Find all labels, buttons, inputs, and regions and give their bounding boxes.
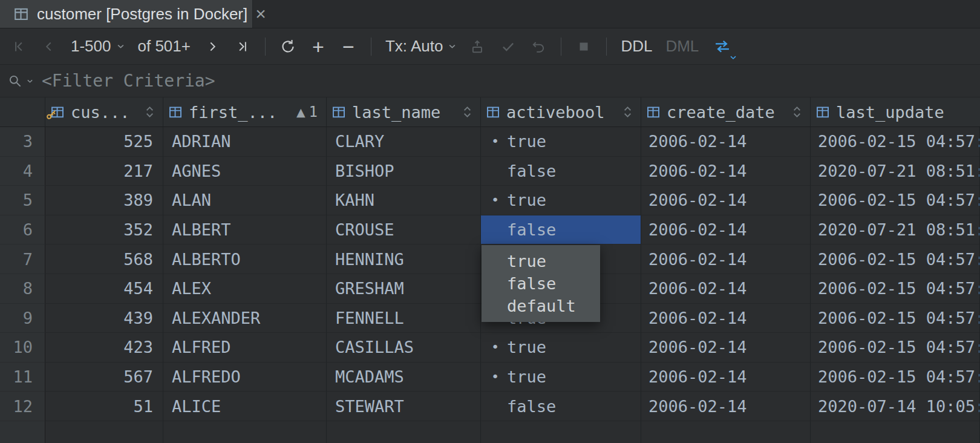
cell-last-update[interactable]: 2006-02-15 04:57: [811,363,980,392]
cell-customer-id[interactable]: 567 [45,363,163,392]
dropdown-option[interactable]: false [482,272,600,295]
first-page-button[interactable] [5,33,33,60]
tab-customer-table[interactable]: customer [Postgres in Docker] × [0,0,253,28]
dml-button[interactable]: DML [660,37,704,56]
sort-icon[interactable] [623,105,632,119]
page-range-dropdown[interactable]: 1-500 [65,37,130,56]
cell-first-name[interactable]: ALEX [163,274,327,304]
cell-customer-id[interactable]: 568 [45,244,163,274]
compare-data-icon[interactable] [707,33,738,60]
cell-last-update[interactable]: 2020-07-14 10:05: [811,392,980,421]
column-header-last-name[interactable]: last_name [327,97,481,126]
cell-last-name[interactable]: HENNING [327,244,481,274]
cell-create-date[interactable]: 2006-02-14 [641,215,811,245]
stop-icon[interactable] [570,33,598,60]
column-header-create-date[interactable]: create_date [641,97,811,126]
cell-first-name[interactable]: ALICE [163,392,327,421]
row-number[interactable]: 8 [0,274,45,304]
cell-last-update[interactable]: 2006-02-15 04:57: [811,127,980,157]
sort-icon[interactable] [145,105,154,119]
cell-last-update[interactable]: 2020-07-21 08:51: [811,157,980,186]
row-number[interactable]: 11 [0,363,45,392]
cell-create-date[interactable]: 2006-02-14 [641,244,811,274]
cell-last-name[interactable]: BISHOP [327,157,481,186]
row-number[interactable]: 10 [0,333,45,363]
last-page-button[interactable] [229,33,256,60]
cell-activebool[interactable]: •true [481,363,641,392]
cell-customer-id[interactable]: 217 [45,157,163,186]
cell-last-update[interactable]: 2006-02-15 04:57: [811,304,980,333]
cell-create-date[interactable]: 2006-02-14 [641,157,811,186]
cell-activebool[interactable]: false [481,392,641,421]
cell-last-name[interactable]: STEWART [327,392,481,421]
cell-activebool[interactable]: false [481,215,641,245]
cell-first-name[interactable]: ALFREDO [163,363,327,392]
sort-asc-icon[interactable]: ▲ 1 [296,103,318,120]
cell-first-name[interactable]: ALBERTO [163,244,327,274]
cell-last-update[interactable]: 2020-07-21 08:51: [811,215,980,245]
sort-icon[interactable] [792,105,802,119]
row-number[interactable]: 5 [0,186,45,215]
cell-last-update[interactable]: 2006-02-15 04:57: [811,274,980,304]
cell-create-date[interactable]: 2006-02-14 [641,363,811,392]
cell-activebool[interactable]: •true [481,186,641,215]
cell-last-update[interactable]: 2006-02-15 04:57: [811,244,980,274]
cell-activebool[interactable]: false [481,157,641,186]
cell-first-name[interactable]: AGNES [163,157,327,186]
tx-mode-dropdown[interactable]: Tx: Auto [380,37,462,56]
column-header-last-update[interactable]: last_update [811,97,980,126]
previous-page-button[interactable] [35,33,63,60]
cell-customer-id[interactable]: 51 [45,392,163,421]
row-number[interactable]: 3 [0,127,45,157]
sort-icon[interactable] [463,105,472,119]
commit-icon[interactable] [494,33,522,60]
cell-first-name[interactable]: ALAN [163,186,327,215]
row-number[interactable]: 4 [0,157,45,186]
cell-last-name[interactable]: GRESHAM [327,274,481,304]
cell-create-date[interactable]: 2006-02-14 [641,304,811,333]
column-header-first-name[interactable]: first_... ▲ 1 [163,97,327,126]
cell-customer-id[interactable]: 352 [45,215,163,245]
cell-activebool[interactable]: •true [481,127,641,157]
cell-create-date[interactable]: 2006-02-14 [641,274,811,304]
cell-create-date[interactable]: 2006-02-14 [641,127,811,157]
row-number[interactable]: 12 [0,392,45,421]
cell-create-date[interactable]: 2006-02-14 [641,392,811,421]
cell-customer-id[interactable]: 389 [45,186,163,215]
row-number[interactable]: 6 [0,215,45,245]
cell-create-date[interactable]: 2006-02-14 [641,186,811,215]
cell-last-update[interactable]: 2006-02-15 04:57: [811,186,980,215]
cell-create-date[interactable]: 2006-02-14 [641,333,811,363]
cell-customer-id[interactable]: 525 [45,127,163,157]
row-number[interactable]: 7 [0,244,45,274]
dropdown-option[interactable]: true [482,250,600,272]
cell-last-name[interactable]: CLARY [327,127,481,157]
cell-customer-id[interactable]: 454 [45,274,163,304]
next-page-button[interactable] [198,33,226,60]
filter-criteria-input[interactable]: <Filter Criteria> [42,71,215,91]
cell-first-name[interactable]: ALBERT [163,215,327,245]
cell-customer-id[interactable]: 439 [45,304,163,333]
cell-last-name[interactable]: CROUSE [327,215,481,245]
cell-customer-id[interactable]: 423 [45,333,163,363]
row-number[interactable]: 9 [0,304,45,333]
cell-last-name[interactable]: KAHN [327,186,481,215]
cell-last-name[interactable]: FENNELL [327,304,481,333]
cell-first-name[interactable]: ADRIAN [163,127,327,157]
close-icon[interactable]: × [255,5,266,23]
add-row-button[interactable]: + [304,33,332,60]
cell-last-update[interactable]: 2006-02-15 04:57: [811,333,980,363]
delete-row-button[interactable]: − [335,33,362,60]
ddl-button[interactable]: DDL [615,37,658,56]
cell-last-name[interactable]: MCADAMS [327,363,481,392]
column-header-customer-id[interactable]: cus... [45,97,163,126]
search-icon[interactable] [7,73,23,89]
submit-to-database-icon[interactable] [464,33,492,60]
cell-activebool[interactable]: •true [481,333,641,363]
dropdown-option[interactable]: default [482,295,600,317]
refresh-icon[interactable] [274,33,302,60]
cell-last-name[interactable]: CASILLAS [327,333,481,363]
cell-first-name[interactable]: ALFRED [163,333,327,363]
rollback-icon[interactable] [524,33,552,60]
cell-first-name[interactable]: ALEXANDER [163,304,327,333]
